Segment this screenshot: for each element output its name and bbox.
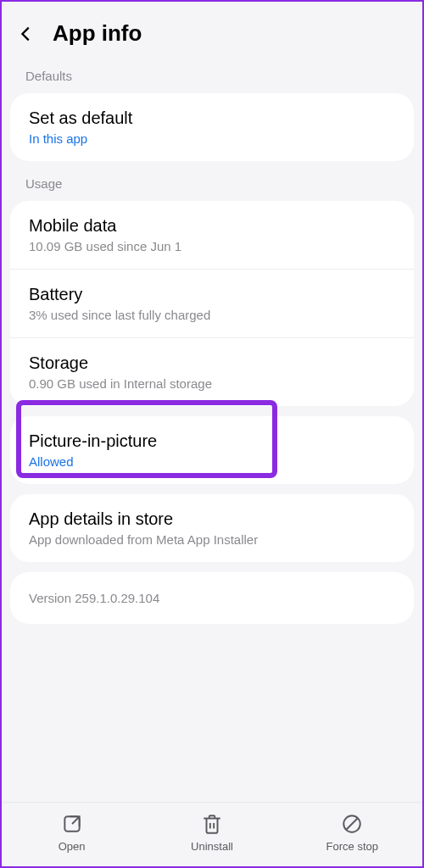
app-details-sub: App downloaded from Meta App Installer	[29, 532, 395, 547]
mobile-data-title: Mobile data	[29, 216, 395, 236]
battery-sub: 3% used since last fully charged	[29, 308, 395, 322]
app-details-title: App details in store	[29, 509, 395, 529]
back-icon[interactable]	[17, 25, 36, 43]
trash-icon	[201, 813, 223, 835]
version-text: Version 259.1.0.29.104	[29, 591, 395, 605]
bottom-bar: Open Uninstall Force stop	[2, 802, 422, 866]
section-usage-label: Usage	[2, 164, 422, 198]
svg-line-1	[72, 816, 80, 824]
app-details-card[interactable]: App details in store App downloaded from…	[10, 494, 414, 562]
pip-title: Picture-in-picture	[29, 431, 395, 451]
mobile-data-row[interactable]: Mobile data 10.09 GB used since Jun 1	[10, 201, 414, 269]
page-title: App info	[53, 20, 142, 47]
section-defaults-label: Defaults	[2, 57, 422, 90]
pip-card[interactable]: Picture-in-picture Allowed	[10, 416, 414, 484]
svg-line-5	[347, 819, 358, 830]
uninstall-label: Uninstall	[191, 840, 233, 853]
mobile-data-sub: 10.09 GB used since Jun 1	[29, 239, 395, 253]
storage-sub: 0.90 GB used in Internal storage	[29, 376, 395, 391]
force-stop-label: Force stop	[326, 840, 378, 853]
set-as-default-sub: In this app	[29, 131, 395, 146]
battery-title: Battery	[29, 285, 395, 304]
set-as-default-title: Set as default	[29, 108, 395, 128]
open-button[interactable]: Open	[2, 813, 142, 853]
uninstall-button[interactable]: Uninstall	[142, 813, 282, 853]
battery-row[interactable]: Battery 3% used since last fully charged	[10, 269, 414, 337]
forbidden-icon	[341, 813, 363, 835]
open-icon	[61, 813, 83, 835]
open-label: Open	[59, 840, 86, 853]
storage-row[interactable]: Storage 0.90 GB used in Internal storage	[10, 337, 414, 406]
storage-title: Storage	[29, 353, 395, 373]
version-card: Version 259.1.0.29.104	[10, 572, 414, 624]
set-as-default-card[interactable]: Set as default In this app	[10, 93, 414, 161]
force-stop-button[interactable]: Force stop	[282, 813, 422, 853]
pip-sub: Allowed	[29, 454, 395, 469]
